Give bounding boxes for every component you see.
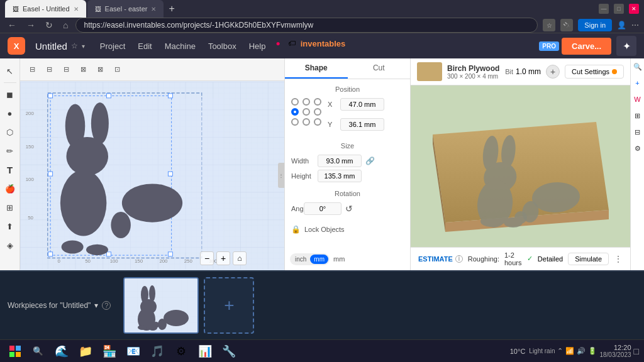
add-workpiece-button[interactable]: + [204,277,254,334]
tab-close-active[interactable]: ✕ [74,6,79,13]
browser-tab-active[interactable]: 🖼 Easel - Untitled ✕ [5,0,86,18]
angle-input[interactable] [304,202,341,215]
tool-misc[interactable]: ◈ [3,238,18,253]
browser-tab-inactive[interactable]: 🖼 Easel - easter ✕ [87,0,164,18]
origin-mr[interactable] [314,108,321,116]
origin-tc[interactable] [303,98,310,106]
panel-expand-handle[interactable]: ⋮ [278,163,284,188]
tab-close-inactive[interactable]: ✕ [151,6,156,13]
tool-ellipse[interactable]: ● [3,106,18,121]
rotate-reset-icon[interactable]: ↺ [345,204,353,214]
tool-cursor[interactable]: ↖ [3,63,18,79]
align-top[interactable]: ⊠ [76,62,91,77]
taskbar-app-media[interactable]: 🎵 [146,340,169,363]
tool-path[interactable]: ⬡ [3,124,18,140]
menu-project[interactable]: Project [95,39,130,53]
chevron-up-icon[interactable]: ⌃ [557,347,563,355]
origin-tr[interactable] [314,98,321,106]
estimate-info-icon[interactable]: i [455,255,463,263]
x-input[interactable] [340,98,384,111]
workpiece-thumbnail-1[interactable] [123,277,199,334]
minimize-button[interactable]: — [599,4,609,14]
reload-button[interactable]: ↻ [43,19,55,31]
simulate-button[interactable]: Simulate [568,253,609,265]
favorite-icon[interactable]: ☆ [71,41,78,50]
workpieces-dropdown[interactable]: ▾ [94,301,98,310]
menu-machine[interactable]: Machine [160,39,201,53]
signin-button[interactable]: Sign in [578,19,612,31]
taskbar-app-mail[interactable]: 📧 [122,340,145,363]
align-right[interactable]: ⊟ [59,62,74,77]
tool-import[interactable]: 🍎 [3,181,18,196]
volume-icon[interactable]: 🔊 [577,347,586,355]
network-icon[interactable]: 📶 [565,347,574,355]
taskbar-app-store[interactable]: 🏪 [98,340,121,363]
taskbar-app-explorer[interactable]: 📁 [74,340,97,363]
notifications-icon[interactable]: □ [634,346,639,356]
y-input[interactable] [340,118,384,131]
lock-objects-row[interactable]: 🔒 Lock Objects [291,222,404,234]
home-button[interactable]: ⌂ [60,19,70,31]
sidebar-apps-icon[interactable]: ⊞ [632,110,643,121]
sidebar-plus-icon[interactable]: + [632,77,643,89]
extension-icon[interactable]: 🔌 [560,19,573,31]
title-dropdown-icon[interactable]: ▾ [82,43,85,50]
taskbar-app-edge[interactable]: 🌊 [50,340,73,363]
origin-mc[interactable] [303,108,310,116]
back-button[interactable]: ← [5,19,19,31]
taskbar-app-unknown2[interactable]: 🔧 [218,340,240,363]
origin-bl[interactable] [291,118,299,126]
battery-icon[interactable]: 🔋 [588,347,597,355]
tool-pen[interactable]: ✏ [3,143,18,158]
zoom-out-button[interactable]: − [200,251,214,265]
tab-shape[interactable]: Shape [285,58,348,79]
taskbar-time[interactable]: 12:20 18/03/2023 [599,344,631,358]
header-action-icon[interactable]: ✦ [616,36,636,56]
width-input[interactable] [318,155,362,167]
tab-cut[interactable]: Cut [348,58,411,79]
align-center-h[interactable]: ⊟ [42,62,57,77]
tool-text[interactable]: T [3,162,18,177]
align-bottom[interactable]: ⊡ [110,62,125,77]
taskbar-app-unknown1[interactable]: 📊 [194,340,216,363]
workpieces-help-icon[interactable]: ? [102,301,111,310]
menu-edit[interactable]: Edit [133,39,157,53]
taskbar-search-button[interactable]: 🔍 [28,341,48,361]
menu-help[interactable]: Help [244,39,271,53]
canvas-view[interactable]: 0 50 100 150 200 250 300 200 150 100 50 [20,81,284,270]
forward-button[interactable]: → [24,19,38,31]
tool-apps[interactable]: ⊞ [3,200,18,215]
origin-tl[interactable] [291,98,299,106]
sidebar-grid-icon[interactable]: ⊟ [632,126,643,138]
align-left[interactable]: ⊟ [25,62,40,77]
unit-mm[interactable]: mm [310,255,328,264]
origin-ml[interactable] [291,108,299,116]
height-input[interactable] [318,170,362,182]
carve-button[interactable]: Carve... [562,38,611,55]
sidebar-settings-icon[interactable]: ⚙ [632,143,643,154]
origin-bc[interactable] [303,118,310,126]
more-options-button[interactable]: ⋮ [614,254,623,264]
new-tab-button[interactable]: + [165,3,178,14]
star-icon[interactable]: ☆ [543,19,555,31]
profile-icon[interactable]: 👤 [617,21,626,30]
unit-inch[interactable]: inch [291,255,310,264]
tool-shapes[interactable]: ◼ [3,87,18,102]
add-material-button[interactable]: + [546,65,560,79]
align-middle-v[interactable]: ⊠ [93,62,108,77]
link-proportions-icon[interactable]: 🔗 [365,156,375,165]
tool-import2[interactable]: ⬆ [3,219,18,234]
address-input[interactable] [75,18,538,33]
maximize-button[interactable]: □ [614,4,624,14]
origin-br[interactable] [314,118,321,126]
sidebar-office-icon[interactable]: W [632,94,643,105]
fit-view-button[interactable]: ⌂ [233,251,247,265]
close-button[interactable]: ✕ [629,4,639,14]
menu-dots-icon[interactable]: ⋯ [631,21,639,30]
zoom-in-button[interactable]: + [216,251,230,265]
sidebar-search-icon[interactable]: 🔍 [632,61,643,72]
taskbar-app-settings[interactable]: ⚙ [170,340,192,363]
cut-settings-button[interactable]: Cut Settings [565,65,624,79]
start-button[interactable] [5,341,25,361]
menu-toolbox[interactable]: Toolbox [203,39,242,53]
